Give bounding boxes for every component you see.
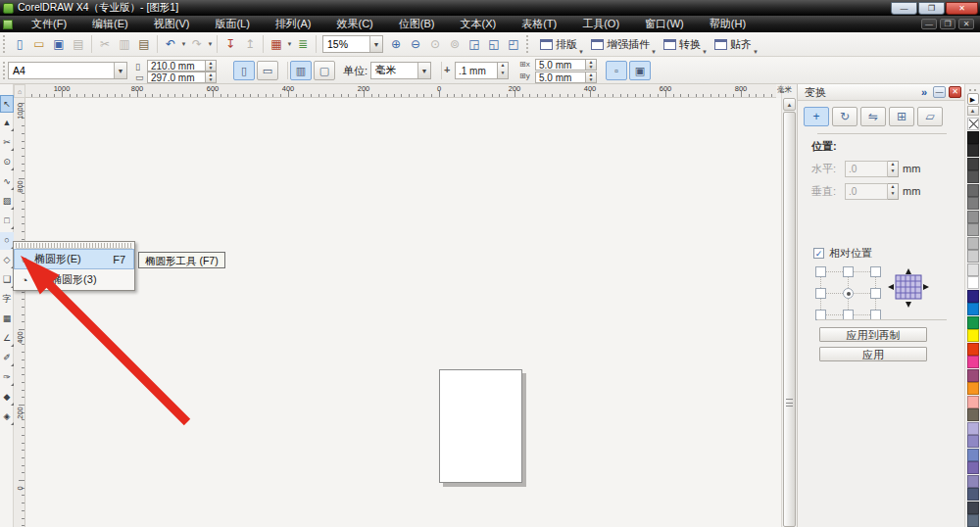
menu-表格[interactable]: 表格(T) <box>509 16 569 32</box>
snap-to-grid-button[interactable]: ▫ <box>606 61 627 80</box>
color-swatch[interactable] <box>967 514 979 527</box>
color-swatch[interactable] <box>967 197 979 210</box>
chevron-down-icon[interactable]: ▼ <box>114 63 126 78</box>
outline-pen-tool[interactable]: ✑ <box>0 369 14 387</box>
rectangle-tool[interactable]: □ <box>0 213 14 230</box>
paper-width-field[interactable]: 210.0 mm <box>147 60 206 72</box>
zoom-all-objects-icon[interactable]: ◲ <box>466 35 483 53</box>
color-swatch[interactable] <box>967 435 979 448</box>
restore-button[interactable]: ❐ <box>918 2 945 15</box>
menu-位图[interactable]: 位图(B) <box>386 16 448 32</box>
basic-shapes-tool[interactable]: ❑ <box>0 271 14 289</box>
current-page-button[interactable]: ▢ <box>314 61 335 80</box>
vertical-field[interactable]: .0 <box>845 183 888 200</box>
color-swatch[interactable] <box>967 158 979 170</box>
all-pages-button[interactable]: ▥ <box>290 61 312 80</box>
scroll-up-arrow-icon[interactable]: ▲ <box>783 98 796 111</box>
color-swatch[interactable] <box>967 264 979 276</box>
imposition-button[interactable]: 排版▼ <box>537 36 580 53</box>
transform-position-tab[interactable]: + <box>804 107 829 126</box>
color-swatch[interactable] <box>967 475 979 488</box>
chevron-down-icon[interactable]: ▼ <box>286 41 293 47</box>
anchor-checkbox[interactable] <box>815 266 826 277</box>
color-swatch[interactable] <box>967 343 979 356</box>
palette-flyout-button[interactable]: ▶ <box>967 93 979 105</box>
landscape-button[interactable]: ▭ <box>257 61 278 80</box>
new-document-icon[interactable]: ▯ <box>11 35 28 53</box>
freehand-tool[interactable]: ∿ <box>0 173 14 191</box>
zoom-out-icon[interactable]: ⊖ <box>407 35 424 53</box>
snap-button[interactable]: 贴齐▼ <box>711 36 755 53</box>
color-swatch[interactable] <box>967 170 979 183</box>
doc-close-button[interactable]: ✕ <box>958 19 974 29</box>
paper-preset-combo[interactable]: A4 ▼ <box>8 62 127 79</box>
text-tool[interactable]: 字 <box>0 291 14 309</box>
docker-minimize-button[interactable]: — <box>933 86 946 98</box>
color-swatch[interactable] <box>967 290 979 303</box>
page-a4[interactable] <box>439 369 522 483</box>
ruler-origin-button[interactable]: ⌂ <box>14 84 25 98</box>
transform-size-tab[interactable]: ⊞ <box>889 107 914 126</box>
zoom-level-combo[interactable]: 15% ▼ <box>322 35 383 53</box>
doc-minimize-button[interactable]: — <box>921 19 937 29</box>
crop-tool[interactable]: ✂ <box>0 134 14 152</box>
toolbar-grip[interactable] <box>3 35 7 53</box>
color-swatch[interactable] <box>967 184 979 197</box>
anchor-checkbox[interactable] <box>815 288 826 299</box>
color-swatch[interactable] <box>967 408 979 421</box>
transform-rotate-tab[interactable]: ↻ <box>832 107 858 126</box>
pick-tool[interactable]: ↖ <box>0 95 14 113</box>
close-button[interactable]: ✕ <box>946 2 978 15</box>
duplicate-x-field[interactable]: 5.0 mm <box>535 59 586 71</box>
ellipse-tool[interactable]: ○ <box>0 232 14 250</box>
vertical-scrollbar[interactable]: ▲ <box>781 84 796 527</box>
flyout-item-3point-ellipse[interactable]: ◔3点椭圆形(3) <box>14 269 134 290</box>
relative-position-checkbox[interactable]: ✓ <box>813 248 824 259</box>
color-swatch[interactable] <box>967 223 979 236</box>
anchor-checkbox[interactable] <box>870 266 881 277</box>
horizontal-spinner[interactable]: ▲▼ <box>888 161 899 177</box>
chevron-down-icon[interactable]: ▼ <box>578 49 584 55</box>
transform-scale-mirror-tab[interactable]: ⇋ <box>860 107 886 126</box>
chevron-down-icon[interactable]: ▼ <box>180 41 187 47</box>
snap-to-objects-button[interactable]: ▣ <box>629 61 651 80</box>
docker-close-button[interactable]: ✕ <box>949 86 961 98</box>
apply-to-duplicate-button[interactable]: 应用到再制 <box>819 327 927 342</box>
paper-height-field[interactable]: 297.0 mm <box>147 72 206 83</box>
color-swatch[interactable] <box>967 276 979 289</box>
no-color-swatch[interactable] <box>967 118 979 130</box>
menu-文件[interactable]: 文件(F) <box>19 16 79 32</box>
smart-fill-tool[interactable]: ▨ <box>0 193 14 211</box>
portrait-button[interactable]: ▯ <box>233 61 255 80</box>
doc-restore-button[interactable]: ❐ <box>940 19 956 29</box>
chevron-down-icon[interactable]: ▼ <box>651 49 657 55</box>
menu-版面[interactable]: 版面(L) <box>202 16 262 32</box>
chevron-down-icon[interactable]: ▼ <box>702 49 708 55</box>
docker-chevron-icon[interactable]: » <box>921 86 927 98</box>
menu-编辑[interactable]: 编辑(E) <box>79 16 141 32</box>
anchor-checkbox[interactable] <box>870 288 881 299</box>
chevron-down-icon[interactable]: ▼ <box>369 36 382 52</box>
fill-tool[interactable]: ◆ <box>0 389 14 407</box>
import-icon[interactable]: ↧ <box>221 35 239 53</box>
toolbar-grip-2[interactable] <box>526 35 530 53</box>
horizontal-ruler[interactable]: 10008006004002000200400600800 <box>25 84 776 98</box>
zoom-in-icon[interactable]: ⊕ <box>387 35 405 53</box>
menu-帮助[interactable]: 帮助(H) <box>697 16 759 32</box>
view-quality-icon[interactable]: ≣ <box>294 35 312 53</box>
propbar-grip[interactable] <box>3 62 7 79</box>
color-swatch[interactable] <box>967 144 979 157</box>
paste-icon[interactable]: ▤ <box>135 35 153 53</box>
duplicate-y-field[interactable]: 5.0 mm <box>535 72 586 83</box>
paper-width-spinner[interactable]: ▲▼ <box>206 60 217 72</box>
menu-排列[interactable]: 排列(A) <box>263 16 324 32</box>
units-combo[interactable]: 毫米 ▼ <box>370 62 431 79</box>
color-swatch[interactable] <box>967 502 979 514</box>
color-swatch[interactable] <box>967 250 979 263</box>
menu-工具[interactable]: 工具(O) <box>569 16 632 32</box>
app-launcher-icon[interactable]: ▦ <box>268 35 285 53</box>
color-swatch[interactable] <box>967 237 979 250</box>
menu-文本[interactable]: 文本(X) <box>447 16 509 32</box>
undo-icon[interactable]: ↶ <box>162 35 179 53</box>
plugins-button[interactable]: 增强插件▼ <box>588 36 653 53</box>
